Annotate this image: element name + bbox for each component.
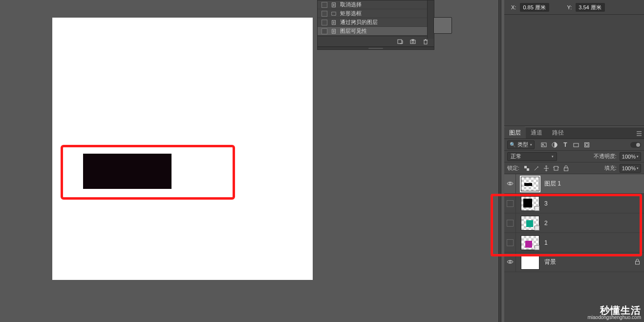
layer-list: 图层 1 3 2 <box>504 174 644 272</box>
history-item[interactable]: 取消选择 <box>318 0 434 9</box>
x-label: X: <box>511 4 516 10</box>
panel-resize-handle[interactable] <box>318 46 434 49</box>
eye-icon <box>507 180 514 188</box>
history-list: 取消选择 矩形选框 通过拷贝的图层 图层可见性 <box>318 0 434 36</box>
lock-transparency-icon[interactable] <box>523 165 530 172</box>
tab-layers[interactable]: 图层 <box>504 127 526 138</box>
visibility-toggle[interactable] <box>504 213 516 232</box>
svg-rect-36 <box>564 168 568 171</box>
filter-pixel-icon[interactable] <box>540 141 547 148</box>
history-toggle[interactable] <box>322 28 327 34</box>
snapshot-icon[interactable] <box>409 38 416 45</box>
history-label: 取消选择 <box>340 1 362 8</box>
svg-rect-30 <box>527 168 529 171</box>
filter-adjust-icon[interactable] <box>551 141 558 148</box>
layer-thumbnail[interactable] <box>521 235 539 250</box>
visibility-toggle[interactable] <box>504 194 516 213</box>
filter-smart-icon[interactable] <box>583 141 590 148</box>
history-item[interactable]: 通过拷贝的图层 <box>318 18 434 27</box>
filter-type-select[interactable]: 🔍 类型 ▾ <box>507 140 535 149</box>
document-canvas[interactable] <box>52 18 313 280</box>
panel-menu-icon[interactable] <box>634 129 644 138</box>
history-item[interactable]: 矩形选框 <box>318 9 434 18</box>
layer-thumbnail[interactable] <box>521 216 539 230</box>
history-panel: 取消选择 矩形选框 通过拷贝的图层 图层可见性 <box>317 0 434 50</box>
lock-label: 锁定: <box>507 164 519 172</box>
chevron-down-icon: ▾ <box>552 155 554 159</box>
document-icon <box>330 28 337 35</box>
fill-label: 填充: <box>604 164 617 172</box>
chevron-down-icon: ▾ <box>637 166 639 170</box>
visibility-toggle[interactable] <box>504 174 516 193</box>
history-footer <box>318 36 434 46</box>
history-label: 矩形选框 <box>340 10 362 17</box>
layers-blend-row: 正常 ▾ 不透明度: 100% ▾ <box>504 151 644 162</box>
filter-type-icon[interactable]: T <box>562 141 569 148</box>
svg-rect-29 <box>524 166 527 168</box>
document-icon <box>330 1 337 8</box>
tab-paths[interactable]: 路径 <box>547 127 569 138</box>
chevron-down-icon: ▾ <box>530 143 532 147</box>
document-icon <box>330 19 337 26</box>
lock-all-icon[interactable] <box>562 165 569 172</box>
filter-type-label: 类型 <box>517 141 528 148</box>
marquee-icon <box>330 10 337 17</box>
scrollbar-thumb[interactable] <box>433 17 452 34</box>
new-doc-from-state-icon[interactable] <box>397 38 404 45</box>
layer-name[interactable]: 图层 1 <box>544 180 561 188</box>
blend-mode-label: 正常 <box>511 153 521 160</box>
smart-object-badge-icon <box>535 245 539 250</box>
svg-rect-26 <box>574 143 579 147</box>
lock-artboard-icon[interactable] <box>553 165 559 172</box>
svg-point-38 <box>509 261 511 263</box>
layer-row[interactable]: 3 <box>504 194 644 213</box>
layer-thumbnail[interactable] <box>521 255 539 270</box>
svg-point-37 <box>509 183 511 184</box>
layer-name[interactable]: 2 <box>544 220 548 227</box>
x-input[interactable]: 0.85 厘米 <box>520 3 549 12</box>
y-label: Y: <box>567 4 572 10</box>
svg-rect-4 <box>332 12 336 15</box>
layers-filter-bar: 🔍 类型 ▾ T <box>504 139 644 151</box>
fill-value: 100% <box>622 165 636 171</box>
history-item[interactable]: 图层可见性 <box>318 27 434 36</box>
visibility-off-icon <box>507 200 514 207</box>
fill-input[interactable]: 100% ▾ <box>620 164 641 173</box>
filter-toggle[interactable] <box>630 142 641 148</box>
lock-position-icon[interactable] <box>543 165 550 172</box>
history-toggle[interactable] <box>322 20 327 25</box>
visibility-toggle[interactable] <box>504 253 516 272</box>
panel-divider[interactable] <box>498 0 501 322</box>
filter-icons: T <box>540 141 590 148</box>
history-toggle[interactable] <box>322 2 327 8</box>
tab-channels[interactable]: 通道 <box>526 127 547 138</box>
layer-thumbnail[interactable] <box>521 196 539 211</box>
layer-row[interactable]: 1 <box>504 233 644 253</box>
trash-icon[interactable] <box>422 38 429 45</box>
filter-shape-icon[interactable] <box>573 141 580 148</box>
watermark: 秒懂生活 miaodongshenghuo.com <box>587 305 641 320</box>
lock-pixels-icon[interactable] <box>533 165 540 172</box>
svg-rect-27 <box>585 142 589 147</box>
properties-panel-body <box>504 15 644 126</box>
layer-name[interactable]: 背景 <box>544 258 556 266</box>
search-icon: 🔍 <box>510 142 515 147</box>
watermark-en: miaodongshenghuo.com <box>587 315 641 320</box>
blend-mode-select[interactable]: 正常 ▾ <box>507 152 557 161</box>
layer-row[interactable]: 图层 1 <box>504 174 644 194</box>
layer-row[interactable]: 2 <box>504 213 644 233</box>
history-label: 通过拷贝的图层 <box>340 19 378 26</box>
layers-lock-row: 锁定: 填充: 100% ▾ <box>504 162 644 174</box>
y-input[interactable]: 3.54 厘米 <box>576 3 605 12</box>
layer-row[interactable]: 背景 <box>504 253 644 272</box>
layer-name[interactable]: 3 <box>544 200 548 207</box>
chevron-down-icon: ▾ <box>637 155 639 159</box>
watermark-cn: 秒懂生活 <box>587 305 641 315</box>
layer-thumbnail[interactable] <box>521 177 539 191</box>
visibility-toggle[interactable] <box>504 233 516 252</box>
history-toggle[interactable] <box>322 11 327 17</box>
history-scrollbar[interactable] <box>427 0 434 39</box>
opacity-input[interactable]: 100% ▾ <box>620 152 641 161</box>
layer-name[interactable]: 1 <box>544 239 548 246</box>
history-label: 图层可见性 <box>340 27 367 35</box>
